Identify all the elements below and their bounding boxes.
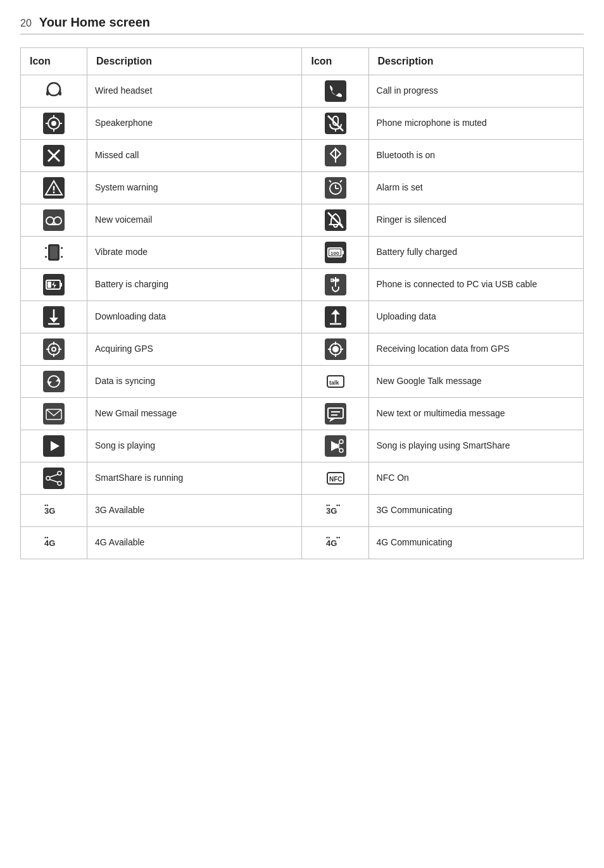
left-desc-8: Acquiring GPS — [87, 333, 302, 366]
right-desc-3: Alarm is set — [368, 172, 583, 204]
page-title: Your Home screen — [39, 15, 150, 30]
uploading-data-icon — [302, 301, 368, 333]
left-desc-6: Battery is charging — [87, 269, 302, 301]
table-row: New voicemail Ringer is silenced — [21, 204, 584, 237]
nfc-on-icon: NFC — [302, 462, 368, 495]
left-desc-7: Downloading data — [87, 301, 302, 333]
alarm-set-icon — [302, 172, 368, 204]
table-row: Song is playing Song is playing using Sm… — [21, 430, 584, 462]
table-row: System warning Alarm is set — [21, 172, 584, 204]
svg-text:••: •• — [326, 502, 330, 509]
table-row: Vibrate mode 100 Battery fully charged — [21, 237, 584, 269]
battery-charging-icon — [21, 269, 87, 301]
svg-rect-3 — [46, 92, 49, 96]
new-gmail-icon — [21, 398, 87, 430]
table-row: Missed call Bluetooth is on — [21, 140, 584, 172]
table-row: Downloading data Uploading data — [21, 301, 584, 333]
receiving-gps-icon — [302, 333, 368, 366]
ringer-silenced-icon — [302, 204, 368, 237]
table-row: SmartShare is running NFC NFC On — [21, 462, 584, 495]
3g-communicating-icon: 3G•••• — [302, 495, 368, 527]
new-google-talk-icon: talk — [302, 366, 368, 398]
right-desc-4: Ringer is silenced — [368, 204, 583, 237]
table-row: Battery is charging Phone is connected t… — [21, 269, 584, 301]
svg-point-75 — [332, 346, 339, 352]
table-row: Acquiring GPS Receiving location data fr… — [21, 333, 584, 366]
system-warning-icon — [21, 172, 87, 204]
4g-available-icon: 4G•• — [21, 527, 87, 559]
icon-reference-table: Icon Description Icon Description Wired … — [20, 47, 584, 559]
right-desc-9: New Google Talk message — [368, 366, 583, 398]
svg-text:••: •• — [336, 502, 340, 509]
right-desc-8: Receiving location data from GPS — [368, 333, 583, 366]
left-desc-9: Data is syncing — [87, 366, 302, 398]
page-number: 20 — [20, 18, 32, 29]
downloading-data-icon — [21, 301, 87, 333]
left-desc-5: Vibrate mode — [87, 237, 302, 269]
right-desc-13: 3G Communicating — [368, 495, 583, 527]
table-body: Wired headset Call in progress Speakerph… — [21, 75, 584, 559]
svg-rect-51 — [60, 283, 62, 287]
left-desc-10: New Gmail message — [87, 398, 302, 430]
left-desc-0: Wired headset — [87, 75, 302, 108]
left-desc-11: Song is playing — [87, 430, 302, 462]
left-desc-2: Missed call — [87, 140, 302, 172]
right-desc-6: Phone is connected to PC via USB cable — [368, 269, 583, 301]
battery-full-icon: 100 — [302, 237, 368, 269]
right-desc-14: 4G Communicating — [368, 527, 583, 559]
speakerphone-icon — [21, 108, 87, 140]
missed-call-icon — [21, 140, 87, 172]
vibrate-mode-icon — [21, 237, 87, 269]
data-syncing-icon — [21, 366, 87, 398]
phone-microphone-muted-icon — [302, 108, 368, 140]
left-desc-13: 3G Available — [87, 495, 302, 527]
svg-point-25 — [53, 192, 55, 194]
col1-desc-header: Description — [87, 48, 302, 75]
table-row: 4G•• 4G Available 4G•••• 4G Communicatin… — [21, 527, 584, 559]
left-desc-3: System warning — [87, 172, 302, 204]
col2-desc-header: Description — [368, 48, 583, 75]
svg-text:talk: talk — [329, 380, 340, 386]
bluetooth-on-icon — [302, 140, 368, 172]
right-desc-12: NFC On — [368, 462, 583, 495]
svg-rect-46 — [342, 251, 344, 254]
call-in-progress-icon — [302, 75, 368, 108]
right-desc-10: New text or multimedia message — [368, 398, 583, 430]
table-row: Wired headset Call in progress — [21, 75, 584, 108]
song-playing-icon — [21, 430, 87, 462]
new-voicemail-icon — [21, 204, 87, 237]
table-row: New Gmail message New text or multimedia… — [21, 398, 584, 430]
right-desc-0: Call in progress — [368, 75, 583, 108]
table-row: Speakerphone Phone microphone is muted — [21, 108, 584, 140]
4g-communicating-icon: 4G•••• — [302, 527, 368, 559]
svg-text:••: •• — [44, 502, 48, 509]
right-desc-7: Uploading data — [368, 301, 583, 333]
usb-connected-icon — [302, 269, 368, 301]
svg-rect-52 — [47, 282, 51, 288]
song-smartshare-icon — [302, 430, 368, 462]
col2-icon-header: Icon — [302, 48, 368, 75]
svg-text:NFC: NFC — [329, 476, 343, 483]
page-header: 20 Your Home screen — [20, 15, 584, 35]
right-desc-1: Phone microphone is muted — [368, 108, 583, 140]
acquiring-gps-icon — [21, 333, 87, 366]
svg-rect-4 — [59, 92, 61, 96]
table-header-row: Icon Description Icon Description — [21, 48, 584, 75]
wired-headset-icon — [21, 75, 87, 108]
left-desc-12: SmartShare is running — [87, 462, 302, 495]
svg-text:••: •• — [326, 535, 330, 541]
svg-text:••: •• — [336, 535, 340, 541]
right-desc-5: Battery fully charged — [368, 237, 583, 269]
svg-rect-5 — [325, 80, 346, 102]
svg-rect-39 — [50, 246, 58, 259]
left-desc-4: New voicemail — [87, 204, 302, 237]
smartshare-running-icon — [21, 462, 87, 495]
new-text-icon — [302, 398, 368, 430]
left-desc-14: 4G Available — [87, 527, 302, 559]
table-row: Data is syncing talk New Google Talk mes… — [21, 366, 584, 398]
right-desc-2: Bluetooth is on — [368, 140, 583, 172]
svg-point-0 — [47, 83, 60, 96]
svg-text:100: 100 — [330, 251, 339, 256]
col1-icon-header: Icon — [21, 48, 87, 75]
svg-text:••: •• — [44, 535, 48, 541]
